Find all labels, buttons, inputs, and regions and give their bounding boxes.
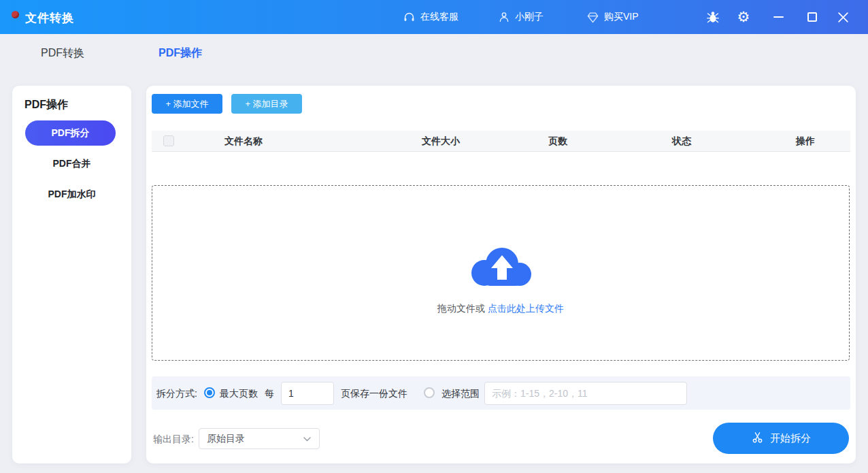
- add-file-button[interactable]: + 添加文件: [152, 94, 222, 114]
- sidebar-item-pdf-merge[interactable]: PDF合并: [12, 151, 131, 176]
- user-icon: [498, 11, 510, 23]
- app-logo-icon: [12, 11, 19, 18]
- sidebar-item-pdf-split[interactable]: PDF拆分: [25, 120, 116, 146]
- file-table-header: 文件名称 文件大小 页数 状态 操作: [152, 131, 850, 152]
- online-support-label: 在线客服: [420, 11, 458, 23]
- column-status: 状态: [672, 135, 691, 148]
- buy-vip-label: 购买VIP: [604, 11, 639, 23]
- account-menu[interactable]: 小刚子: [498, 0, 544, 34]
- titlebar: 文件转换 在线客服 小刚子 购买VIP: [0, 0, 868, 34]
- sidebar: PDF操作 PDF拆分 PDF合并 PDF加水印: [12, 86, 131, 463]
- radio-select-range[interactable]: [424, 387, 435, 398]
- radio-max-pages[interactable]: [204, 387, 215, 398]
- select-range-label: 选择范围: [441, 388, 480, 400]
- gem-icon: [586, 11, 599, 24]
- app-title: 文件转换: [25, 10, 74, 26]
- dropzone-text: 拖动文件或: [437, 303, 485, 314]
- main-panel: + 添加文件 + 添加目录 文件名称 文件大小 页数 状态 操作 拖动文件或 点…: [146, 86, 856, 463]
- tab-pdf-operate[interactable]: PDF操作: [158, 46, 202, 61]
- username-label: 小刚子: [515, 11, 544, 23]
- close-icon[interactable]: [835, 0, 851, 34]
- pages-per-file-input[interactable]: [281, 382, 334, 405]
- maximize-icon[interactable]: [804, 0, 820, 34]
- sidebar-header: PDF操作: [24, 98, 68, 112]
- max-pages-label: 最大页数: [220, 388, 258, 400]
- cloud-upload-icon: [467, 242, 535, 292]
- sidebar-item-pdf-watermark[interactable]: PDF加水印: [12, 182, 131, 206]
- headset-icon: [403, 11, 416, 24]
- settings-gear-icon[interactable]: ⚙: [735, 0, 752, 34]
- dropzone-caption: 拖动文件或 点击此处上传文件: [152, 303, 849, 315]
- output-dir-label: 输出目录:: [153, 434, 194, 446]
- column-action: 操作: [796, 135, 815, 148]
- bug-report-icon[interactable]: [705, 0, 721, 34]
- split-options-bar: 拆分方式: 最大页数 每 页保存一份文件 选择范围: [152, 376, 850, 410]
- column-file-name: 文件名称: [224, 135, 263, 148]
- upload-dropzone[interactable]: 拖动文件或 点击此处上传文件: [152, 185, 850, 361]
- output-dir-value: 原始目录: [207, 433, 245, 444]
- select-all-checkbox[interactable]: [163, 135, 174, 146]
- online-support-menu[interactable]: 在线客服: [403, 0, 458, 34]
- scissors-icon: [751, 431, 764, 446]
- per-label: 每: [265, 388, 274, 400]
- buy-vip-menu[interactable]: 购买VIP: [586, 0, 639, 34]
- minimize-icon[interactable]: [770, 0, 786, 34]
- tab-pdf-convert[interactable]: PDF转换: [41, 46, 84, 61]
- chevron-down-icon: [303, 437, 311, 442]
- range-input[interactable]: [484, 382, 687, 405]
- start-split-button[interactable]: 开始拆分: [713, 423, 849, 454]
- column-file-size: 文件大小: [422, 135, 460, 148]
- output-dir-select[interactable]: 原始目录: [199, 428, 320, 449]
- column-pages: 页数: [548, 135, 567, 148]
- upload-link[interactable]: 点击此处上传文件: [488, 303, 564, 314]
- split-mode-label: 拆分方式:: [156, 388, 197, 400]
- add-directory-button[interactable]: + 添加目录: [231, 94, 302, 114]
- start-split-label: 开始拆分: [770, 432, 811, 445]
- save-suffix-label: 页保存一份文件: [341, 388, 407, 400]
